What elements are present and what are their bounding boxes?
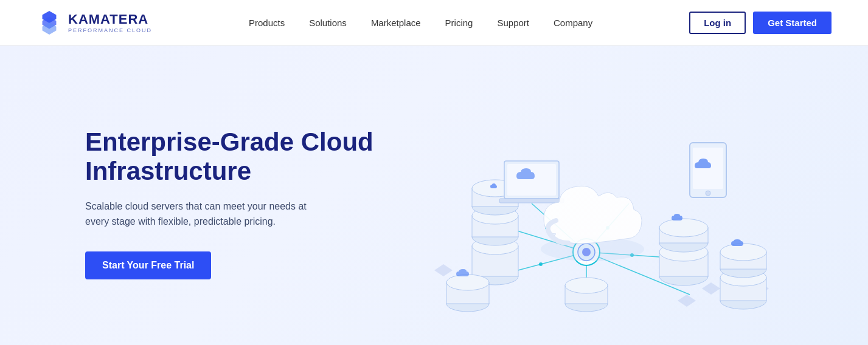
nav-products[interactable]: Products [239,13,294,33]
cloud-illustration [398,82,775,325]
svg-point-58 [565,278,608,293]
svg-marker-9 [678,295,696,307]
logo-name: KAMATERA [68,12,152,27]
svg-rect-36 [499,199,564,203]
hero-illustration [377,82,795,325]
logo-sub: PERFORMANCE CLOUD [68,27,152,33]
logo-text: KAMATERA PERFORMANCE CLOUD [68,12,152,33]
svg-marker-3 [434,264,453,276]
login-button[interactable]: Log in [689,12,746,34]
hero-section: Enterprise-Grade Cloud Infrastructure Sc… [0,46,868,345]
nav-company[interactable]: Company [544,13,602,33]
logo-icon [36,10,62,35]
header: KAMATERA PERFORMANCE CLOUD Products Solu… [0,0,868,46]
svg-marker-8 [702,282,720,295]
nav-support[interactable]: Support [487,13,539,33]
svg-point-18 [539,262,543,266]
logo: KAMATERA PERFORMANCE CLOUD [36,10,152,35]
svg-rect-35 [507,164,556,196]
svg-point-46 [659,219,708,237]
svg-point-39 [706,191,710,196]
hero-content: Enterprise-Grade Cloud Infrastructure Sc… [85,128,377,279]
nav-pricing[interactable]: Pricing [436,13,483,33]
header-buttons: Log in Get Started [689,12,832,34]
nav-solutions[interactable]: Solutions [299,13,356,33]
hero-title: Enterprise-Grade Cloud Infrastructure [85,128,377,186]
nav-marketplace[interactable]: Marketplace [361,13,431,33]
svg-point-49 [446,275,489,290]
cta-trial-button[interactable]: Start Your Free Trial [85,251,211,279]
main-nav: Products Solutions Marketplace Pricing S… [239,13,602,33]
svg-point-55 [720,244,766,261]
get-started-button[interactable]: Get Started [753,12,832,34]
hero-subtitle: Scalable cloud servers that can meet you… [85,199,328,230]
